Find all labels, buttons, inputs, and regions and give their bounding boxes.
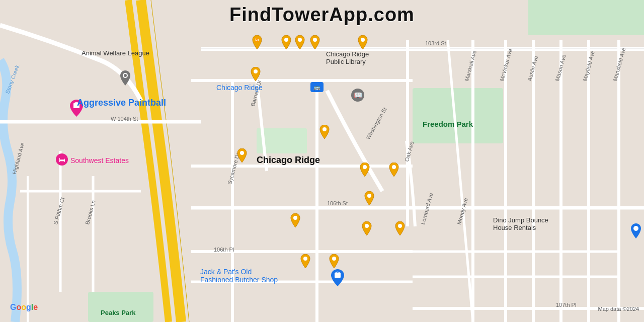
butcher-label[interactable]: Jack & Pat's Old Fashioned Butcher Shop	[200, 268, 278, 284]
chicago-ridge-city-label: Chicago Ridge	[257, 155, 320, 166]
butcher-pin[interactable]	[331, 269, 345, 288]
svg-point-38	[240, 151, 244, 155]
svg-text:🚌: 🚌	[313, 84, 320, 91]
street-label-106th: 106th St	[327, 200, 348, 206]
southwest-estates-label: Southwest Estates	[70, 156, 129, 165]
tower-pin[interactable]	[361, 221, 372, 237]
svg-point-46	[332, 257, 336, 261]
svg-text:📖: 📖	[354, 91, 363, 100]
svg-point-32	[284, 38, 288, 42]
svg-point-42	[293, 216, 297, 220]
animal-welfare-label: Animal Welfare League	[82, 48, 149, 57]
peaks-park-label: Peaks Park	[101, 308, 135, 317]
tower-pin[interactable]	[281, 35, 292, 51]
southwest-pin[interactable]: 🛏	[55, 153, 68, 168]
svg-point-36	[254, 69, 258, 73]
street-label-107thpl: 107th Pl	[556, 302, 576, 308]
tower-pin[interactable]	[329, 254, 340, 270]
google-logo: Google	[10, 303, 38, 312]
tower-pin[interactable]	[319, 125, 330, 141]
transit-pin[interactable]: 🚌	[310, 82, 324, 94]
freedom-park-label: Freedom Park	[423, 120, 473, 129]
tower-pin[interactable]	[359, 163, 370, 179]
svg-point-44	[398, 224, 402, 228]
svg-point-45	[303, 257, 307, 261]
chicago-ridge-transit-label: Chicago Ridge	[216, 83, 263, 92]
svg-point-37	[323, 127, 327, 131]
svg-point-39	[363, 165, 367, 169]
tower-pin[interactable]	[300, 254, 311, 270]
svg-rect-1	[413, 88, 503, 143]
svg-point-41	[367, 194, 371, 198]
tower-pin[interactable]	[236, 148, 248, 165]
svg-rect-4	[528, 0, 644, 35]
animal-welfare-pin[interactable]	[119, 70, 131, 88]
svg-point-40	[392, 165, 396, 169]
street-label-104th: W 104th St	[111, 116, 138, 122]
map-container[interactable]: FindTowerApp.com 103rd St W 104th St 106…	[0, 0, 644, 322]
tower-pin[interactable]	[309, 35, 320, 51]
svg-text:🛏: 🛏	[59, 156, 65, 164]
tower-pin[interactable]: 📶	[252, 35, 263, 51]
svg-point-43	[365, 224, 369, 228]
svg-rect-2	[88, 292, 153, 322]
tower-pin[interactable]	[250, 67, 261, 83]
tower-pin[interactable]	[290, 213, 301, 229]
street-label-103rd: 103rd St	[425, 40, 446, 46]
svg-point-33	[298, 38, 302, 42]
library-pin[interactable]: 📖	[351, 88, 365, 104]
svg-rect-56	[335, 273, 341, 278]
tower-pin[interactable]	[388, 163, 399, 179]
tower-pin[interactable]	[357, 35, 368, 51]
tower-pin[interactable]	[294, 35, 305, 51]
dino-jump-label: Dino Jump Bounce House Rentals	[493, 216, 548, 231]
svg-point-48	[124, 74, 127, 77]
aggressive-paintball-label[interactable]: Aggressive Paintball	[77, 98, 166, 108]
street-label-106thpl: 106th Pl	[214, 247, 234, 253]
map-data-text: Map data ©2024	[598, 306, 639, 312]
svg-point-35	[361, 38, 365, 42]
svg-point-34	[313, 38, 317, 42]
tower-pin[interactable]	[394, 221, 406, 237]
library-label: Chicago Ridge Public Library	[326, 50, 369, 65]
svg-text:📶: 📶	[255, 38, 260, 42]
tower-pin[interactable]	[364, 191, 375, 207]
map-header-title: FindTowerApp.com	[229, 4, 415, 26]
dino-pin[interactable]	[630, 223, 642, 240]
svg-point-57	[633, 226, 638, 231]
